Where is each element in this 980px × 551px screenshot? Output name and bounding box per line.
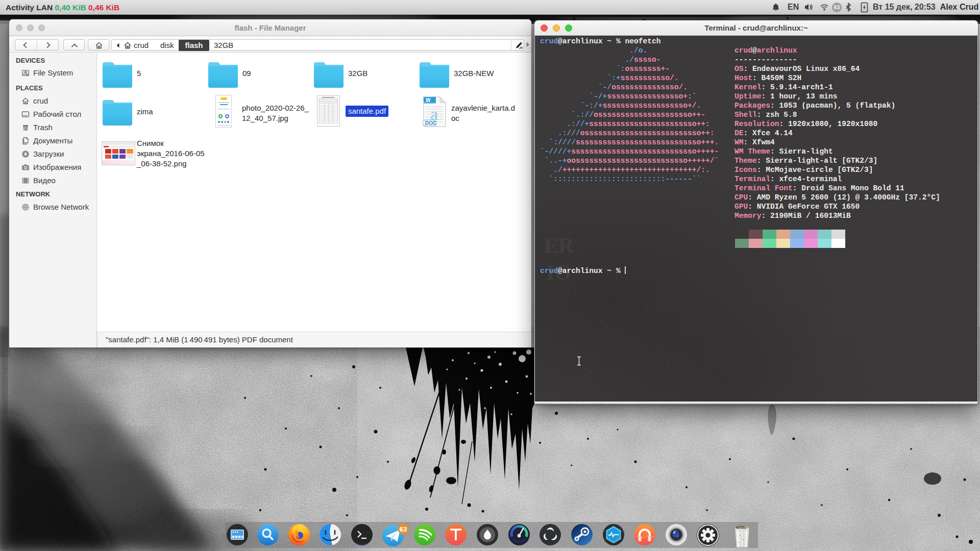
- svg-text:W: W: [426, 97, 431, 103]
- svg-text:DOC: DOC: [425, 120, 437, 126]
- svg-text:ER: ER: [544, 234, 574, 257]
- svg-text:63: 63: [400, 525, 407, 533]
